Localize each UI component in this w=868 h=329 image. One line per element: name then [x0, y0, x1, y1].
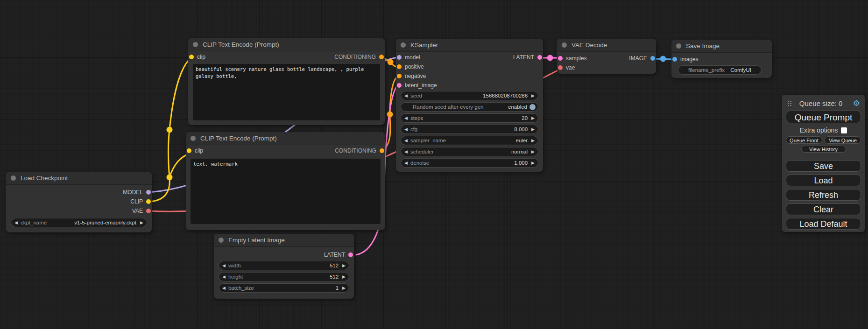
reroute-dot-cond-1[interactable]: [388, 59, 394, 65]
slot-dot-clip[interactable]: [146, 199, 151, 204]
steps-widget[interactable]: ◀ steps 20 ▶: [401, 113, 538, 123]
clear-button[interactable]: Clear: [786, 203, 861, 215]
collapse-dot[interactable]: [676, 43, 681, 49]
input-slot-positive[interactable]: positive: [397, 62, 424, 71]
reroute-dot-cond-2[interactable]: [387, 112, 393, 118]
decrement-arrow-icon[interactable]: ◀: [222, 275, 226, 279]
output-slot-latent[interactable]: LATENT: [324, 250, 353, 259]
node-header[interactable]: CLIP Text Encode (Prompt): [188, 38, 385, 51]
output-slot-conditioning[interactable]: CONDITIONING: [335, 146, 384, 155]
slot-dot-conditioning[interactable]: [397, 74, 402, 78]
decrement-arrow-icon[interactable]: ◀: [404, 139, 408, 143]
decrement-arrow-icon[interactable]: ◀: [222, 286, 226, 290]
seed-widget[interactable]: ◀ seed 156680208700286 ▶: [401, 91, 538, 100]
node-graph-canvas[interactable]: Load Checkpoint MODEL CLIP VAE: [0, 0, 868, 329]
node-header[interactable]: VAE Decode: [557, 39, 656, 52]
increment-arrow-icon[interactable]: ▶: [531, 150, 535, 154]
collapse-dot[interactable]: [401, 42, 406, 48]
input-slot-vae[interactable]: vae: [558, 63, 575, 72]
node-header[interactable]: CLIP Text Encode (Prompt): [186, 132, 385, 145]
output-slot-model[interactable]: MODEL: [123, 188, 151, 197]
input-slot-clip[interactable]: clip: [187, 146, 203, 155]
increment-arrow-icon[interactable]: ▶: [342, 275, 346, 279]
node-clip-text-encode-negative[interactable]: CLIP Text Encode (Prompt) clip CONDITION…: [186, 132, 385, 230]
decrement-arrow-icon[interactable]: ◀: [404, 161, 408, 165]
slot-dot-latent[interactable]: [348, 252, 353, 257]
load-button[interactable]: Load: [786, 175, 861, 186]
input-slot-clip[interactable]: clip: [189, 52, 205, 62]
view-history-button[interactable]: View History: [801, 146, 846, 153]
node-ksampler[interactable]: KSampler model LATENT positive: [396, 39, 543, 172]
increment-arrow-icon[interactable]: ▶: [531, 94, 535, 98]
load-default-button[interactable]: Load Default: [786, 218, 861, 230]
slot-dot-vae[interactable]: [558, 65, 563, 70]
reroute-dot-clip-1[interactable]: [167, 127, 173, 133]
collapse-dot[interactable]: [219, 238, 224, 243]
sampler-name-widget[interactable]: ◀ sampler_name euler ▶: [401, 136, 538, 145]
increment-arrow-icon[interactable]: ▶: [531, 139, 535, 143]
reroute-dot-latent[interactable]: [547, 55, 553, 61]
increment-arrow-icon[interactable]: ▶: [531, 161, 535, 165]
slot-dot-clip[interactable]: [189, 55, 194, 59]
slot-dot-latent[interactable]: [558, 56, 563, 61]
input-slot-model[interactable]: model: [397, 53, 420, 62]
view-queue-button[interactable]: View Queue: [825, 136, 861, 144]
increment-arrow-icon[interactable]: ▶: [342, 264, 346, 268]
reroute-dot-clip-2[interactable]: [167, 175, 173, 181]
slot-dot-vae[interactable]: [146, 209, 151, 213]
slot-dot-clip[interactable]: [187, 148, 191, 153]
width-widget[interactable]: ◀ width 512 ▶: [219, 261, 349, 270]
denoise-widget[interactable]: ◀ denoise 1.000 ▶: [401, 158, 538, 168]
input-slot-samples[interactable]: samples: [558, 54, 587, 63]
node-save-image[interactable]: Save Image images filename_prefix ComfyU…: [671, 40, 772, 78]
height-widget[interactable]: ◀ height 512 ▶: [219, 272, 349, 281]
batch-size-widget[interactable]: ◀ batch_size 1 ▶: [219, 283, 349, 293]
node-vae-decode[interactable]: VAE Decode samples IMAGE vae: [557, 39, 656, 74]
filename-prefix-widget[interactable]: filename_prefix ComfyUI: [678, 65, 762, 75]
output-slot-image[interactable]: IMAGE: [629, 54, 655, 63]
increment-arrow-icon[interactable]: ▶: [531, 127, 535, 132]
settings-gear-icon[interactable]: ⚙: [853, 99, 860, 107]
decrement-arrow-icon[interactable]: ◀: [404, 150, 408, 154]
decrement-arrow-icon[interactable]: ◀: [404, 127, 408, 132]
random-seed-toggle[interactable]: [529, 104, 536, 110]
node-header[interactable]: Load Checkpoint: [6, 172, 152, 185]
slot-dot-image[interactable]: [672, 57, 677, 62]
slot-dot-model[interactable]: [146, 190, 151, 195]
output-slot-vae[interactable]: VAE: [132, 206, 151, 216]
node-header[interactable]: Save Image: [671, 40, 772, 53]
output-slot-clip[interactable]: CLIP: [130, 197, 151, 206]
slot-dot-latent[interactable]: [397, 83, 402, 88]
node-empty-latent-image[interactable]: Empty Latent Image LATENT ◀ width 512 ▶ …: [214, 234, 354, 299]
input-slot-images[interactable]: images: [672, 55, 699, 64]
slot-dot-model[interactable]: [397, 55, 402, 60]
output-slot-conditioning[interactable]: CONDITIONING: [334, 52, 384, 62]
ckpt-name-widget[interactable]: ◀ ckpt_name v1-5-pruned-emaonly.ckpt ▶: [11, 218, 147, 227]
input-slot-latent-image[interactable]: latent_image: [397, 81, 437, 90]
increment-arrow-icon[interactable]: ▶: [140, 221, 143, 225]
increment-arrow-icon[interactable]: ▶: [531, 116, 535, 120]
collapse-dot[interactable]: [11, 175, 16, 181]
prompt-text-input[interactable]: text, watermark: [191, 159, 381, 224]
decrement-arrow-icon[interactable]: ◀: [404, 116, 408, 120]
increment-arrow-icon[interactable]: ▶: [342, 286, 346, 290]
collapse-dot[interactable]: [562, 42, 567, 48]
decrement-arrow-icon[interactable]: ◀: [14, 221, 18, 225]
random-seed-widget[interactable]: Random seed after every gen enabled: [401, 102, 538, 112]
output-slot-latent[interactable]: LATENT: [513, 53, 542, 62]
save-button[interactable]: Save: [786, 160, 861, 172]
refresh-button[interactable]: Refresh: [786, 189, 861, 201]
cfg-widget[interactable]: ◀ cfg 8.000 ▶: [401, 125, 538, 134]
slot-dot-image[interactable]: [650, 56, 655, 61]
extra-options-checkbox[interactable]: [841, 127, 847, 133]
input-slot-negative[interactable]: negative: [397, 71, 426, 81]
node-header[interactable]: Empty Latent Image: [214, 234, 354, 247]
slot-dot-latent[interactable]: [537, 55, 542, 60]
slot-dot-conditioning[interactable]: [380, 148, 384, 153]
queue-prompt-button[interactable]: Queue Prompt: [786, 111, 861, 123]
collapse-dot[interactable]: [193, 42, 198, 47]
reroute-dot-image[interactable]: [660, 56, 666, 62]
collapse-dot[interactable]: [191, 136, 196, 141]
node-header[interactable]: KSampler: [396, 39, 543, 52]
slot-dot-conditioning[interactable]: [397, 64, 402, 69]
